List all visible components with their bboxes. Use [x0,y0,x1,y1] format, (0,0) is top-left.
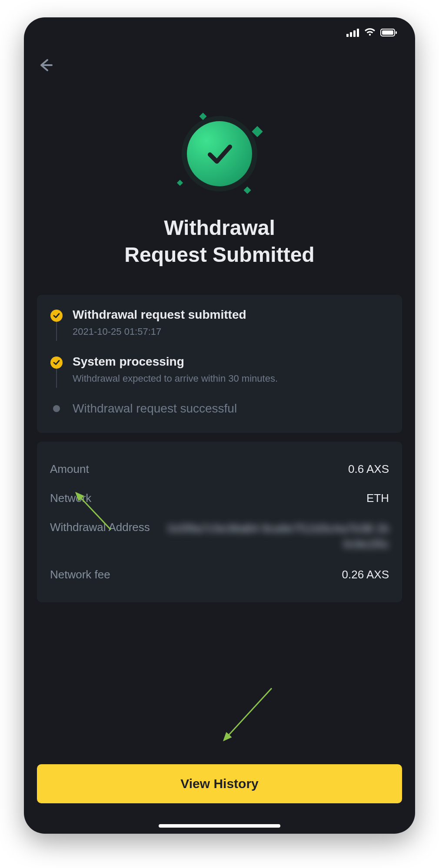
status-bar [24,17,415,48]
footer: View History [24,747,415,834]
wifi-icon [364,28,376,37]
detail-value: 0.26 AXS [342,568,389,581]
detail-value: ETH [366,492,389,505]
pending-dot-icon [53,405,60,412]
title-line-1: Withdrawal [164,216,275,239]
step-processing: System processing Withdrawal expected to… [50,355,389,402]
sparkle-icon [200,113,207,120]
step-title: System processing [73,355,389,369]
svg-rect-0 [346,34,349,37]
check-dot-icon [50,356,63,369]
row-address: Withdrawal Address 0x5f9a7c5e38aB4 8ca9e… [50,513,389,560]
detail-label: Amount [50,462,89,476]
check-dot-icon [50,310,63,322]
detail-label: Network fee [50,568,110,581]
sparkle-icon [177,180,183,186]
svg-rect-6 [396,31,397,34]
detail-label: Network [50,492,91,505]
step-submitted: Withdrawal request submitted 2021-10-25 … [50,308,389,355]
battery-icon [380,28,398,37]
progress-card: Withdrawal request submitted 2021-10-25 … [37,295,402,433]
step-title: Withdrawal request successful [73,402,389,416]
sparkle-icon [252,126,263,137]
hero-section: Withdrawal Request Submitted [24,80,415,295]
view-history-button[interactable]: View History [37,764,402,803]
page-title: Withdrawal Request Submitted [124,215,314,269]
svg-rect-1 [350,32,352,37]
detail-value-redacted: 0x5f9a7c5e38aB4 8ca9e7f12d3cAa7b3B 2b0c9… [163,521,389,552]
cellular-signal-icon [346,28,359,37]
svg-rect-2 [353,30,356,37]
step-subtitle: 2021-10-25 01:57:17 [73,326,389,337]
home-indicator[interactable] [159,824,280,828]
phone-frame: Withdrawal Request Submitted Withdrawal … [24,17,415,834]
title-line-2: Request Submitted [124,243,314,266]
details-card: Amount 0.6 AXS Network ETH Withdrawal Ad… [37,442,402,602]
arrow-left-icon [37,56,54,74]
svg-rect-5 [382,30,393,35]
svg-rect-3 [357,29,359,37]
svg-line-8 [224,688,272,740]
back-button[interactable] [37,68,54,75]
row-network: Network ETH [50,484,389,513]
check-circle-icon [187,121,252,186]
step-title: Withdrawal request submitted [73,308,389,322]
step-subtitle: Withdrawal expected to arrive within 30 … [73,373,389,384]
annotation-arrow-icon [211,682,280,751]
step-successful: Withdrawal request successful [50,402,389,420]
success-badge [176,110,263,197]
row-fee: Network fee 0.26 AXS [50,560,389,589]
sparkle-icon [244,187,251,194]
nav-bar [24,48,415,80]
detail-value: 0.6 AXS [348,462,389,476]
detail-label: Withdrawal Address [50,521,150,534]
row-amount: Amount 0.6 AXS [50,455,389,484]
